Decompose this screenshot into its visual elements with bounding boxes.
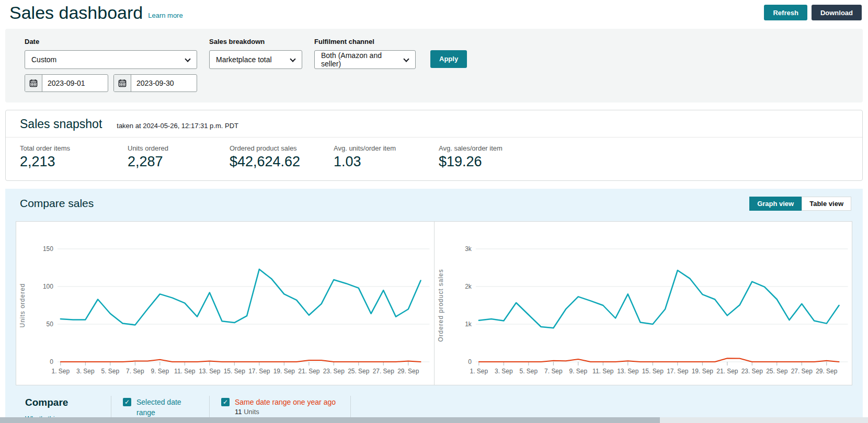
stat-label: Avg. units/order item [334, 144, 430, 152]
snapshot-stats-row: Total order items 2,213 Units ordered 2,… [6, 138, 862, 180]
svg-text:50: 50 [47, 321, 54, 328]
svg-text:21. Sep: 21. Sep [298, 368, 320, 375]
compare-sales-title: Compare sales [20, 197, 94, 210]
svg-text:3. Sep: 3. Sep [495, 368, 513, 375]
date-to-input[interactable]: 2023-09-30 [113, 74, 197, 92]
stat-label: Avg. sales/order item [439, 144, 502, 152]
page-header: Sales dashboard Learn more Refresh Downl… [0, 0, 868, 27]
fulfilment-channel-select[interactable]: Both (Amazon and seller) [314, 50, 416, 69]
learn-more-link[interactable]: Learn more [148, 12, 182, 19]
svg-text:19. Sep: 19. Sep [691, 368, 713, 375]
compare-sales-header: Compare sales Graph view Table view [5, 189, 863, 215]
svg-text:11. Sep: 11. Sep [592, 368, 614, 375]
svg-text:2k: 2k [465, 283, 472, 290]
table-view-button[interactable]: Table view [802, 197, 851, 211]
calendar-icon[interactable] [25, 75, 42, 92]
svg-text:0: 0 [468, 358, 472, 365]
svg-text:23. Sep: 23. Sep [323, 368, 345, 375]
compare-sales-panel: Compare sales Graph view Table view 0501… [5, 189, 863, 423]
sales-breakdown-label: Sales breakdown [209, 38, 302, 45]
svg-text:9. Sep: 9. Sep [151, 368, 169, 375]
sales-snapshot-title: Sales snapshot [20, 117, 102, 131]
svg-text:19. Sep: 19. Sep [273, 368, 295, 375]
stat-value: $42,624.62 [230, 154, 325, 170]
svg-text:3k: 3k [465, 245, 472, 253]
snapshot-timestamp: taken at 2024-05-26, 12:17:31 p.m. PDT [117, 122, 238, 130]
charts-container: 0501001501. Sep3. Sep5. Sep7. Sep9. Sep1… [16, 221, 852, 385]
svg-text:1. Sep: 1. Sep [470, 368, 488, 375]
legend-label: Selected date range [136, 397, 195, 418]
scrollbar-thumb[interactable] [0, 417, 660, 423]
svg-text:15. Sep: 15. Sep [642, 368, 664, 375]
units-ordered-chart: 0501001501. Sep3. Sep5. Sep7. Sep9. Sep1… [16, 227, 434, 384]
fulfilment-channel-group: Fulfilment channel Both (Amazon and sell… [314, 38, 416, 69]
stat-value: 1.03 [334, 154, 430, 170]
svg-text:5. Sep: 5. Sep [101, 368, 120, 375]
chevron-down-icon [185, 56, 190, 62]
svg-text:23. Sep: 23. Sep [741, 368, 763, 375]
calendar-icon[interactable] [114, 75, 131, 92]
svg-text:27. Sep: 27. Sep [373, 368, 395, 375]
page-title: Sales dashboard [9, 2, 143, 24]
stat-avg-sales-per-order: Avg. sales/order item $19.26 [439, 144, 511, 170]
stat-avg-units-per-order: Avg. units/order item 1.03 [334, 144, 439, 170]
horizontal-scrollbar[interactable] [0, 417, 868, 423]
svg-text:3. Sep: 3. Sep [76, 368, 95, 375]
svg-text:11. Sep: 11. Sep [174, 368, 196, 375]
stat-total-order-items: Total order items 2,213 [20, 144, 128, 170]
svg-text:7. Sep: 7. Sep [126, 368, 144, 375]
svg-text:27. Sep: 27. Sep [791, 368, 813, 375]
legend-units-number: 11 [235, 408, 242, 416]
svg-text:21. Sep: 21. Sep [716, 368, 738, 375]
date-from-value[interactable]: 2023-09-01 [42, 75, 90, 92]
stat-value: 2,287 [128, 154, 221, 170]
view-toggle: Graph view Table view [749, 197, 851, 211]
svg-text:100: 100 [43, 283, 53, 290]
download-button[interactable]: Download [812, 5, 862, 20]
ordered-product-sales-chart: 01k2k3k1. Sep3. Sep5. Sep7. Sep9. Sep11.… [435, 227, 852, 384]
previous-year-checkbox[interactable]: ✓ [221, 398, 230, 406]
svg-text:15. Sep: 15. Sep [224, 368, 246, 375]
svg-text:13. Sep: 13. Sep [617, 368, 639, 375]
chevron-down-icon [290, 56, 295, 62]
svg-text:29. Sep: 29. Sep [397, 368, 419, 375]
svg-text:1k: 1k [465, 321, 472, 328]
sales-snapshot-panel: Sales snapshot taken at 2024-05-26, 12:1… [5, 110, 863, 181]
date-from-input[interactable]: 2023-09-01 [25, 74, 108, 92]
compare-heading: Compare [25, 397, 111, 408]
svg-text:29. Sep: 29. Sep [816, 368, 838, 375]
graph-view-button[interactable]: Graph view [749, 197, 802, 211]
svg-text:17. Sep: 17. Sep [667, 368, 689, 375]
stat-label: Total order items [20, 144, 119, 152]
svg-text:Ordered product sales: Ordered product sales [437, 269, 444, 342]
date-filter-group: Date Custom 2023-09-01 2023-09-30 [25, 38, 197, 92]
svg-text:7. Sep: 7. Sep [544, 368, 563, 375]
date-range-value: Custom [31, 55, 56, 64]
apply-button[interactable]: Apply [430, 50, 467, 68]
sales-breakdown-select[interactable]: Marketplace total [209, 50, 302, 69]
ordered-product-sales-chart-panel: 01k2k3k1. Sep3. Sep5. Sep7. Sep9. Sep11.… [435, 222, 852, 385]
svg-text:150: 150 [43, 245, 53, 253]
fulfilment-channel-value: Both (Amazon and seller) [321, 51, 397, 68]
stat-label: Ordered product sales [230, 144, 325, 152]
svg-text:25. Sep: 25. Sep [766, 368, 788, 375]
custom-dates-row: 2023-09-01 2023-09-30 [25, 74, 197, 92]
svg-text:Units ordered: Units ordered [19, 283, 26, 327]
refresh-button[interactable]: Refresh [764, 5, 807, 20]
svg-text:5. Sep: 5. Sep [519, 368, 538, 375]
sales-breakdown-group: Sales breakdown Marketplace total [209, 38, 302, 69]
fulfilment-channel-label: Fulfilment channel [314, 38, 416, 45]
svg-text:13. Sep: 13. Sep [199, 368, 221, 375]
sales-snapshot-header: Sales snapshot taken at 2024-05-26, 12:1… [6, 110, 862, 138]
legend-units-suffix: Units [244, 408, 259, 416]
stat-value: $19.26 [439, 154, 502, 170]
selected-range-checkbox[interactable]: ✓ [123, 398, 131, 406]
stat-units-ordered: Units ordered 2,287 [128, 144, 230, 170]
legend-label: Same date range one year ago [235, 397, 336, 407]
date-to-value[interactable]: 2023-09-30 [131, 75, 179, 92]
svg-text:0: 0 [50, 358, 53, 365]
stat-label: Units ordered [128, 144, 221, 152]
filter-bar: Date Custom 2023-09-01 2023-09-30 Sales … [5, 29, 863, 102]
date-filter-label: Date [25, 38, 197, 45]
date-range-select[interactable]: Custom [25, 50, 197, 69]
